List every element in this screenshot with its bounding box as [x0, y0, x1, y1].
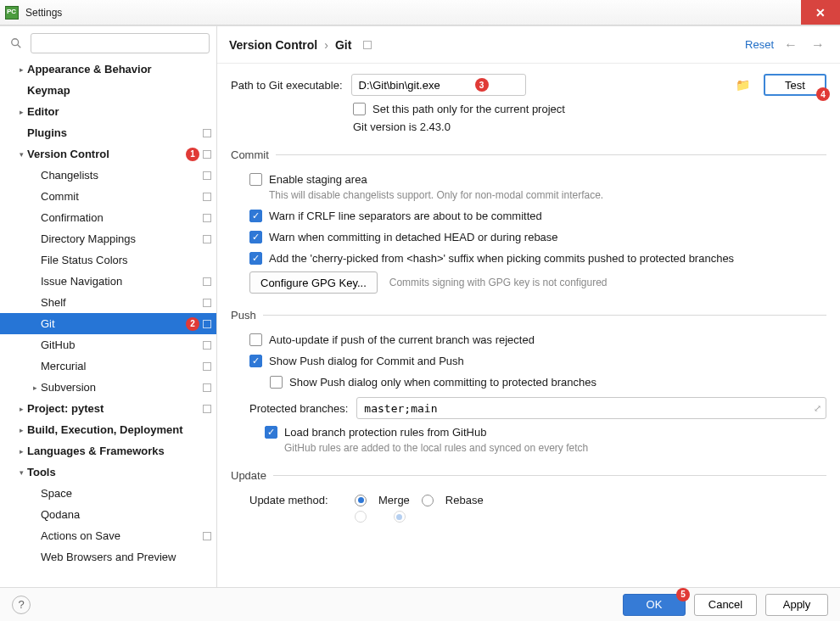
show-push-dialog-checkbox[interactable] — [249, 355, 262, 367]
callout-5: 5 — [676, 588, 690, 601]
tree-item-editor[interactable]: ▸Editor — [0, 101, 216, 122]
tree-item-version-control[interactable]: ▾Version Control1 — [0, 143, 216, 165]
expand-icon[interactable]: ⤢ — [814, 403, 821, 414]
window-title: Settings — [25, 7, 62, 19]
auto-update-label: Auto-update if push of the current branc… — [269, 333, 535, 346]
cherry-suffix-label: Add the 'cherry-picked from <hash>' suff… — [269, 252, 734, 265]
ok-button[interactable]: OK 5 — [623, 594, 686, 616]
auto-update-checkbox[interactable] — [249, 333, 262, 346]
git-path-input[interactable] — [351, 74, 526, 96]
nav-back-icon[interactable]: ← — [781, 37, 801, 53]
search-input[interactable] — [31, 33, 210, 53]
tree-item-label: Web Browsers and Preview — [41, 551, 211, 563]
settings-tree[interactable]: ▸Appearance & BehaviorKeymap▸EditorPlugi… — [0, 59, 216, 587]
configure-gpg-button[interactable]: Configure GPG Key... — [249, 271, 378, 294]
warn-crlf-label: Warn if CRLF line separators are about t… — [269, 210, 542, 222]
test-button[interactable]: Test 4 — [764, 74, 826, 96]
update-method-label: Update method: — [249, 494, 343, 506]
nav-forward-icon[interactable]: → — [808, 37, 828, 53]
tree-item-label: Issue Navigation — [41, 275, 199, 288]
tree-item-github[interactable]: GitHub — [0, 334, 216, 355]
project-scope-icon — [203, 193, 211, 201]
update-merge-radio[interactable] — [355, 495, 367, 506]
chevron-icon: ▾ — [15, 150, 27, 159]
update-rebase-label: Rebase — [445, 494, 484, 506]
tree-item-label: Tools — [27, 466, 211, 478]
tree-item-web-browsers-and-preview[interactable]: Web Browsers and Preview — [0, 546, 216, 568]
callout-2: 2 — [186, 317, 199, 331]
protected-branches-input[interactable] — [356, 397, 826, 419]
project-scope-icon — [203, 150, 211, 159]
tree-item-confirmation[interactable]: Confirmation — [0, 207, 216, 228]
chevron-icon: ▸ — [15, 108, 27, 116]
chevron-icon: ▾ — [15, 468, 27, 477]
search-icon[interactable] — [7, 34, 25, 53]
tree-item-keymap[interactable]: Keymap — [0, 80, 216, 101]
tree-item-label: GitHub — [41, 338, 199, 351]
load-github-rules-checkbox[interactable] — [265, 426, 277, 439]
tree-item-build-execution-deployment[interactable]: ▸Build, Execution, Deployment — [0, 419, 216, 440]
warn-crlf-checkbox[interactable] — [249, 210, 262, 222]
project-scope-icon — [203, 129, 211, 137]
project-scope-icon — [203, 405, 211, 413]
cherry-suffix-checkbox[interactable] — [249, 252, 262, 265]
reset-link[interactable]: Reset — [745, 38, 774, 51]
project-scope-icon — [203, 383, 211, 392]
tree-item-label: Space — [41, 487, 211, 500]
project-scope-icon — [203, 277, 211, 286]
git-path-label: Path to Git executable: — [231, 79, 343, 92]
tree-item-qodana[interactable]: Qodana — [0, 504, 216, 525]
folder-icon[interactable]: 📁 — [736, 78, 750, 92]
tree-item-label: Keymap — [27, 84, 211, 97]
tree-item-languages-frameworks[interactable]: ▸Languages & Frameworks — [0, 440, 216, 462]
dialog-footer: ? OK 5 Cancel Apply — [0, 587, 840, 621]
tree-item-changelists[interactable]: Changelists — [0, 165, 216, 186]
tree-item-label: Project: pytest — [27, 402, 199, 415]
warn-detached-checkbox[interactable] — [249, 231, 262, 243]
tree-item-mercurial[interactable]: Mercurial — [0, 355, 216, 377]
breadcrumb: Version Control › Git — [229, 38, 372, 52]
enable-staging-checkbox[interactable] — [249, 173, 262, 186]
tree-item-directory-mappings[interactable]: Directory Mappings — [0, 228, 216, 249]
tree-item-actions-on-save[interactable]: Actions on Save — [0, 525, 216, 546]
cancel-button[interactable]: Cancel — [694, 594, 757, 616]
tree-item-shelf[interactable]: Shelf — [0, 292, 216, 313]
set-path-current-checkbox[interactable] — [353, 103, 366, 115]
app-icon — [5, 6, 19, 20]
tree-item-appearance-behavior[interactable]: ▸Appearance & Behavior — [0, 59, 216, 80]
callout-4: 4 — [816, 87, 830, 101]
window-close-button[interactable]: ✕ — [801, 0, 840, 25]
load-github-hint: GitHub rules are added to the local rule… — [284, 442, 826, 454]
breadcrumb-root[interactable]: Version Control — [229, 38, 317, 52]
tree-item-label: Directory Mappings — [41, 232, 199, 245]
tree-item-label: Confirmation — [41, 211, 199, 224]
tree-item-space[interactable]: Space — [0, 483, 216, 504]
enable-staging-hint: This will disable changelists support. O… — [269, 189, 826, 201]
tree-item-label: Actions on Save — [41, 529, 199, 542]
svg-line-1 — [18, 45, 21, 48]
chevron-icon: ▸ — [15, 426, 27, 434]
project-scope-icon — [203, 362, 211, 371]
tree-item-file-status-colors[interactable]: File Status Colors — [0, 249, 216, 271]
tree-item-label: Changelists — [41, 169, 199, 182]
tree-item-subversion[interactable]: ▸Subversion — [0, 377, 216, 398]
tree-item-git[interactable]: Git2 — [0, 313, 216, 334]
tree-item-label: File Status Colors — [41, 254, 211, 266]
update-merge-label: Merge — [378, 494, 410, 506]
help-button[interactable]: ? — [12, 596, 31, 614]
tree-item-label: Editor — [27, 105, 211, 118]
tree-item-plugins[interactable]: Plugins — [0, 122, 216, 143]
update-rebase-radio[interactable] — [422, 495, 434, 506]
tree-item-project-pytest[interactable]: ▸Project: pytest — [0, 398, 216, 419]
show-push-protected-label: Show Push dialog only when committing to… — [289, 376, 596, 389]
tree-item-commit[interactable]: Commit — [0, 186, 216, 207]
project-scope-icon — [203, 214, 211, 222]
apply-button[interactable]: Apply — [765, 594, 828, 616]
show-push-protected-checkbox[interactable] — [270, 376, 283, 389]
tree-item-issue-navigation[interactable]: Issue Navigation — [0, 271, 216, 292]
tree-item-tools[interactable]: ▾Tools — [0, 462, 216, 483]
project-scope-icon — [203, 532, 211, 540]
tree-item-label: Build, Execution, Deployment — [27, 423, 211, 436]
tree-item-label: Shelf — [41, 296, 199, 309]
tree-item-label: Version Control — [27, 148, 182, 160]
